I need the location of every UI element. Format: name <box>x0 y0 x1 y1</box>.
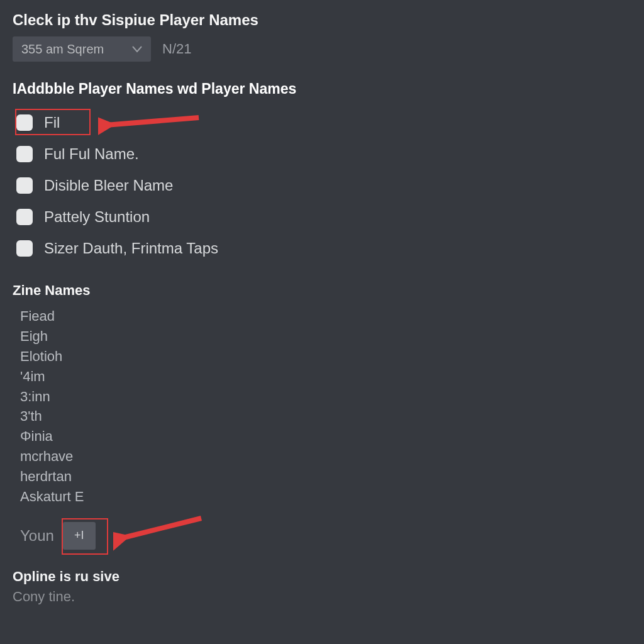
option-label: Sizer Dauth, Frintma Taps <box>44 240 218 257</box>
option-row-pattely: Pattely Stuntion <box>16 208 631 226</box>
svg-line-1 <box>121 518 201 538</box>
list-item: Φinia <box>20 426 631 447</box>
option-label: Fil <box>44 114 60 131</box>
youn-row: Youn +I <box>13 522 631 550</box>
option-label: Pattely Stuntion <box>44 208 150 226</box>
list-item: Elotioh <box>20 347 631 367</box>
list-item: '4im <box>20 367 631 387</box>
options-list: Fil Ful Ful Name. Disible Bleer Name Pat… <box>13 114 631 257</box>
option-label: Ful Ful Name. <box>44 145 139 163</box>
youn-label: Youn <box>20 527 54 545</box>
select-value: 355 am Sqrem <box>21 42 104 57</box>
list-item: 3:inn <box>20 387 631 407</box>
list-item: 3'th <box>20 406 631 426</box>
side-code: N/21 <box>162 41 191 57</box>
arrow-left-icon <box>98 111 205 136</box>
section-zine-title: Zine Names <box>13 282 631 299</box>
checkbox-disible[interactable] <box>16 177 33 194</box>
checkbox-pattely[interactable] <box>16 209 33 225</box>
checkbox-fullname[interactable] <box>16 146 33 162</box>
list-item: herdrtan <box>20 467 631 487</box>
page-title: Cleck ip thv Sispiue Player Names <box>13 11 631 29</box>
footer-sub: Cony tine. <box>13 589 631 605</box>
section-player-names-title: IAddbble Player Names wd Player Names <box>13 80 631 97</box>
time-select[interactable]: 355 am Sqrem <box>13 36 151 62</box>
checkbox-sizer[interactable] <box>16 240 33 257</box>
list-item: Askaturt E <box>20 487 631 507</box>
option-row-sizer: Sizer Dauth, Frintma Taps <box>16 240 631 257</box>
svg-line-0 <box>106 118 199 125</box>
list-item: Fiead <box>20 306 631 326</box>
arrow-left-icon <box>113 514 208 552</box>
add-button[interactable]: +I <box>63 522 96 550</box>
footer-title: Opline is ru sive <box>13 569 631 585</box>
chevron-down-icon <box>132 45 142 53</box>
list-item: Eigh <box>20 326 631 347</box>
option-row-fullname: Ful Ful Name. <box>16 145 631 163</box>
option-label: Disible Bleer Name <box>44 177 173 194</box>
option-row-disible: Disible Bleer Name <box>16 177 631 194</box>
select-row: 355 am Sqrem N/21 <box>13 36 631 62</box>
list-item: mcrhave <box>20 447 631 467</box>
zine-list: Fiead Eigh Elotioh '4im 3:inn 3'th Φinia… <box>13 306 631 507</box>
checkbox-fil[interactable] <box>16 114 33 131</box>
option-row-fil: Fil <box>16 114 631 131</box>
